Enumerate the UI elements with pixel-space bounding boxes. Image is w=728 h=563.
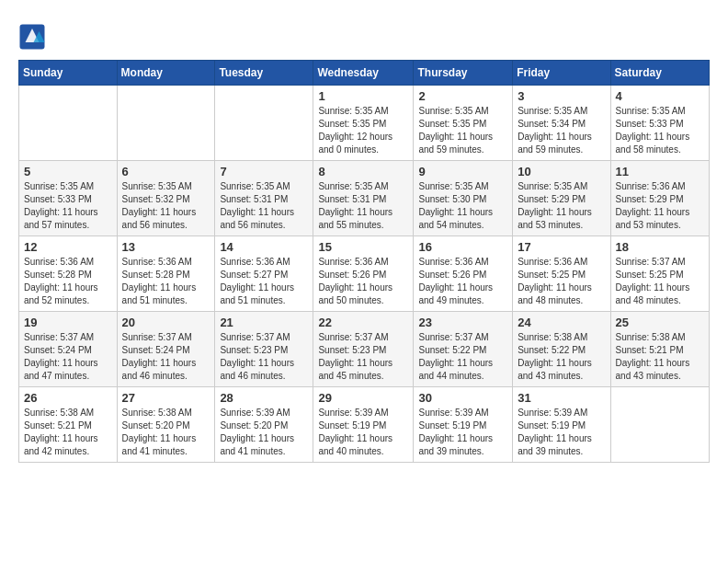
- day-cell: 4Sunrise: 5:35 AM Sunset: 5:33 PM Daylig…: [610, 86, 709, 161]
- day-info: Sunrise: 5:39 AM Sunset: 5:19 PM Dayligh…: [418, 407, 507, 458]
- day-cell: 17Sunrise: 5:36 AM Sunset: 5:25 PM Dayli…: [513, 236, 610, 312]
- day-cell: 23Sunrise: 5:37 AM Sunset: 5:22 PM Dayli…: [414, 312, 513, 387]
- day-cell: [117, 86, 215, 161]
- day-number: 30: [418, 391, 507, 405]
- day-info: Sunrise: 5:38 AM Sunset: 5:21 PM Dayligh…: [24, 407, 112, 458]
- day-cell: 13Sunrise: 5:36 AM Sunset: 5:28 PM Dayli…: [117, 236, 215, 312]
- day-number: 7: [220, 165, 308, 178]
- day-info: Sunrise: 5:35 AM Sunset: 5:35 PM Dayligh…: [318, 105, 408, 156]
- day-number: 11: [616, 165, 704, 178]
- day-info: Sunrise: 5:37 AM Sunset: 5:22 PM Dayligh…: [418, 331, 507, 383]
- week-row-1: 1Sunrise: 5:35 AM Sunset: 5:35 PM Daylig…: [19, 86, 710, 161]
- day-info: Sunrise: 5:39 AM Sunset: 5:19 PM Dayligh…: [318, 407, 408, 458]
- day-number: 6: [122, 165, 210, 178]
- logo: [18, 23, 51, 51]
- week-row-5: 26Sunrise: 5:38 AM Sunset: 5:21 PM Dayli…: [19, 387, 710, 463]
- day-number: 21: [220, 316, 308, 329]
- day-info: Sunrise: 5:36 AM Sunset: 5:25 PM Dayligh…: [518, 256, 605, 307]
- day-number: 10: [518, 165, 605, 178]
- day-number: 9: [418, 165, 507, 178]
- weekday-header-saturday: Saturday: [610, 61, 709, 86]
- day-number: 14: [220, 240, 308, 254]
- day-number: 28: [220, 391, 308, 405]
- day-number: 5: [24, 165, 112, 178]
- day-info: Sunrise: 5:37 AM Sunset: 5:23 PM Dayligh…: [220, 331, 308, 383]
- day-info: Sunrise: 5:35 AM Sunset: 5:35 PM Dayligh…: [418, 105, 507, 156]
- day-cell: 14Sunrise: 5:36 AM Sunset: 5:27 PM Dayli…: [215, 236, 313, 312]
- day-cell: 7Sunrise: 5:35 AM Sunset: 5:31 PM Daylig…: [215, 161, 313, 236]
- day-number: 20: [122, 316, 210, 329]
- day-cell: 15Sunrise: 5:36 AM Sunset: 5:26 PM Dayli…: [313, 236, 414, 312]
- day-info: Sunrise: 5:35 AM Sunset: 5:33 PM Dayligh…: [24, 180, 112, 232]
- week-row-3: 12Sunrise: 5:36 AM Sunset: 5:28 PM Dayli…: [19, 236, 710, 312]
- day-number: 16: [418, 240, 507, 254]
- day-cell: 16Sunrise: 5:36 AM Sunset: 5:26 PM Dayli…: [414, 236, 513, 312]
- weekday-header-wednesday: Wednesday: [313, 61, 414, 86]
- day-info: Sunrise: 5:38 AM Sunset: 5:21 PM Dayligh…: [616, 331, 704, 383]
- day-cell: 5Sunrise: 5:35 AM Sunset: 5:33 PM Daylig…: [19, 161, 118, 236]
- day-number: 22: [318, 316, 408, 329]
- day-cell: 25Sunrise: 5:38 AM Sunset: 5:21 PM Dayli…: [610, 312, 709, 387]
- header: [18, 18, 710, 51]
- day-number: 8: [318, 165, 408, 178]
- logo-icon: [18, 23, 46, 51]
- day-number: 17: [518, 240, 605, 254]
- day-cell: 6Sunrise: 5:35 AM Sunset: 5:32 PM Daylig…: [117, 161, 215, 236]
- weekday-header-sunday: Sunday: [19, 61, 118, 86]
- day-cell: 8Sunrise: 5:35 AM Sunset: 5:31 PM Daylig…: [313, 161, 414, 236]
- day-info: Sunrise: 5:37 AM Sunset: 5:25 PM Dayligh…: [616, 256, 704, 307]
- day-number: 3: [518, 89, 605, 103]
- day-info: Sunrise: 5:39 AM Sunset: 5:20 PM Dayligh…: [220, 407, 308, 458]
- day-info: Sunrise: 5:35 AM Sunset: 5:32 PM Dayligh…: [122, 180, 210, 232]
- day-info: Sunrise: 5:37 AM Sunset: 5:24 PM Dayligh…: [24, 331, 112, 383]
- day-info: Sunrise: 5:35 AM Sunset: 5:30 PM Dayligh…: [418, 180, 507, 232]
- day-number: 24: [518, 316, 605, 329]
- day-cell: 19Sunrise: 5:37 AM Sunset: 5:24 PM Dayli…: [19, 312, 118, 387]
- day-number: 2: [418, 89, 507, 103]
- weekday-header-monday: Monday: [117, 61, 215, 86]
- day-cell: 2Sunrise: 5:35 AM Sunset: 5:35 PM Daylig…: [414, 86, 513, 161]
- day-number: 26: [24, 391, 112, 405]
- day-cell: 10Sunrise: 5:35 AM Sunset: 5:29 PM Dayli…: [513, 161, 610, 236]
- day-number: 19: [24, 316, 112, 329]
- week-row-2: 5Sunrise: 5:35 AM Sunset: 5:33 PM Daylig…: [19, 161, 710, 236]
- weekday-header-thursday: Thursday: [414, 61, 513, 86]
- calendar-table: SundayMondayTuesdayWednesdayThursdayFrid…: [18, 60, 710, 463]
- day-cell: 24Sunrise: 5:38 AM Sunset: 5:22 PM Dayli…: [513, 312, 610, 387]
- day-cell: 3Sunrise: 5:35 AM Sunset: 5:34 PM Daylig…: [513, 86, 610, 161]
- day-info: Sunrise: 5:38 AM Sunset: 5:20 PM Dayligh…: [122, 407, 210, 458]
- day-number: 25: [616, 316, 704, 329]
- day-cell: 26Sunrise: 5:38 AM Sunset: 5:21 PM Dayli…: [19, 387, 118, 463]
- day-cell: 20Sunrise: 5:37 AM Sunset: 5:24 PM Dayli…: [117, 312, 215, 387]
- weekday-header-friday: Friday: [513, 61, 610, 86]
- day-cell: 21Sunrise: 5:37 AM Sunset: 5:23 PM Dayli…: [215, 312, 313, 387]
- weekday-header-tuesday: Tuesday: [215, 61, 313, 86]
- day-number: 23: [418, 316, 507, 329]
- day-number: 27: [122, 391, 210, 405]
- day-info: Sunrise: 5:35 AM Sunset: 5:31 PM Dayligh…: [318, 180, 408, 232]
- day-number: 31: [518, 391, 605, 405]
- day-cell: 12Sunrise: 5:36 AM Sunset: 5:28 PM Dayli…: [19, 236, 118, 312]
- day-cell: 29Sunrise: 5:39 AM Sunset: 5:19 PM Dayli…: [313, 387, 414, 463]
- day-info: Sunrise: 5:38 AM Sunset: 5:22 PM Dayligh…: [518, 331, 605, 383]
- day-cell: 9Sunrise: 5:35 AM Sunset: 5:30 PM Daylig…: [414, 161, 513, 236]
- day-cell: 22Sunrise: 5:37 AM Sunset: 5:23 PM Dayli…: [313, 312, 414, 387]
- day-cell: [215, 86, 313, 161]
- day-info: Sunrise: 5:37 AM Sunset: 5:24 PM Dayligh…: [122, 331, 210, 383]
- day-cell: [610, 387, 709, 463]
- day-cell: 30Sunrise: 5:39 AM Sunset: 5:19 PM Dayli…: [414, 387, 513, 463]
- day-info: Sunrise: 5:36 AM Sunset: 5:28 PM Dayligh…: [24, 256, 112, 307]
- day-info: Sunrise: 5:35 AM Sunset: 5:31 PM Dayligh…: [220, 180, 308, 232]
- day-cell: 27Sunrise: 5:38 AM Sunset: 5:20 PM Dayli…: [117, 387, 215, 463]
- day-cell: [19, 86, 118, 161]
- day-cell: 11Sunrise: 5:36 AM Sunset: 5:29 PM Dayli…: [610, 161, 709, 236]
- day-number: 4: [616, 89, 704, 103]
- day-info: Sunrise: 5:36 AM Sunset: 5:26 PM Dayligh…: [318, 256, 408, 307]
- day-cell: 28Sunrise: 5:39 AM Sunset: 5:20 PM Dayli…: [215, 387, 313, 463]
- day-number: 1: [318, 89, 408, 103]
- day-info: Sunrise: 5:36 AM Sunset: 5:29 PM Dayligh…: [616, 180, 704, 232]
- day-info: Sunrise: 5:35 AM Sunset: 5:34 PM Dayligh…: [518, 105, 605, 156]
- day-info: Sunrise: 5:37 AM Sunset: 5:23 PM Dayligh…: [318, 331, 408, 383]
- day-number: 12: [24, 240, 112, 254]
- day-info: Sunrise: 5:35 AM Sunset: 5:33 PM Dayligh…: [616, 105, 704, 156]
